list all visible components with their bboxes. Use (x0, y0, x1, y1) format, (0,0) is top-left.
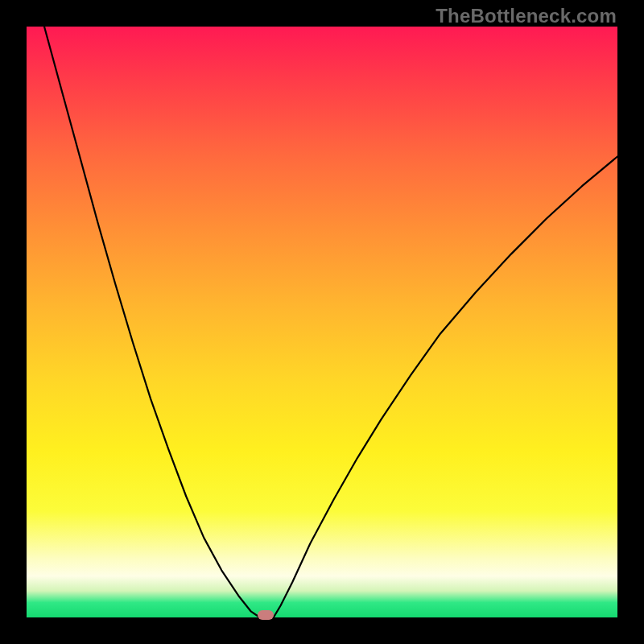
watermark-text: TheBottleneck.com (436, 5, 617, 27)
curve-left-branch (44, 27, 260, 617)
minimum-marker (258, 610, 274, 620)
curve-right-branch (274, 157, 617, 618)
bottleneck-curve (27, 27, 617, 617)
chart-area (27, 27, 617, 617)
